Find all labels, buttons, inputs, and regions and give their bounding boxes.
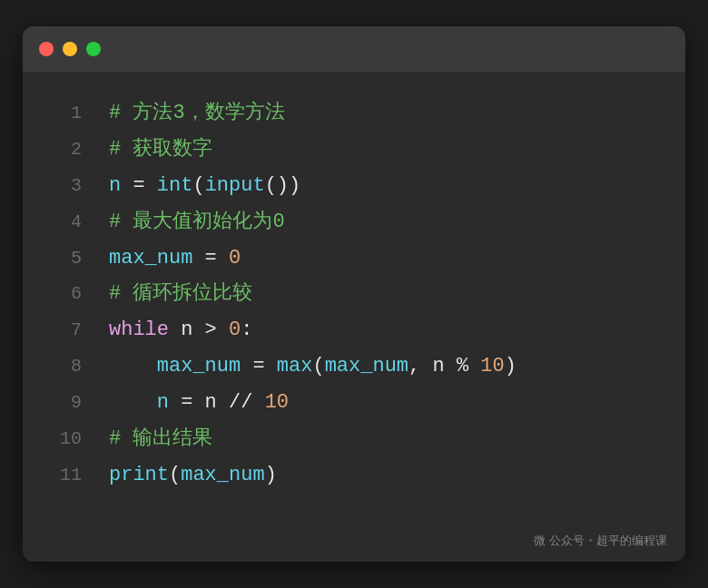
- code-line: 9 n = n // 10: [41, 388, 667, 417]
- line-number: 11: [41, 462, 82, 488]
- code-line: 1# 方法3，数学方法: [41, 99, 667, 128]
- token-function: max: [277, 352, 313, 381]
- watermark: 微 公众号・超平的编程课: [534, 533, 667, 549]
- token-comment: # 方法3，数学方法: [109, 99, 285, 128]
- token-variable: max_num: [181, 461, 264, 490]
- code-window: 1# 方法3，数学方法2# 获取数字3n = int(input())4# 最大…: [23, 26, 685, 562]
- token-variable: max_num: [109, 244, 192, 273]
- token-plain: = n //: [169, 388, 265, 417]
- token-number: 0: [229, 316, 241, 345]
- token-plain: =: [121, 172, 157, 201]
- token-plain: [109, 388, 157, 417]
- code-line: 11print(max_num): [41, 461, 667, 490]
- token-number: 10: [480, 352, 504, 381]
- line-number: 5: [41, 245, 82, 271]
- close-button[interactable]: [39, 42, 54, 56]
- line-content: max_num = 0: [109, 244, 241, 273]
- line-content: n = n // 10: [109, 388, 289, 417]
- token-comment: # 循环拆位比较: [109, 279, 252, 309]
- code-line: 7while n > 0:: [41, 316, 667, 345]
- line-number: 9: [41, 389, 82, 416]
- maximize-button[interactable]: [86, 42, 101, 56]
- line-number: 8: [41, 353, 82, 379]
- line-number: 7: [41, 317, 82, 343]
- token-plain: n >: [169, 316, 229, 345]
- line-content: while n > 0:: [109, 316, 252, 345]
- token-number: 10: [265, 388, 289, 417]
- token-function: print: [109, 461, 169, 490]
- token-plain: ()): [265, 172, 301, 201]
- code-line: 2# 获取数字: [41, 135, 667, 164]
- token-variable: n: [157, 388, 169, 417]
- code-line: 3n = int(input()): [41, 172, 667, 201]
- line-content: print(max_num): [109, 461, 277, 490]
- code-line: 4# 最大值初始化为0: [41, 208, 667, 237]
- minimize-button[interactable]: [63, 42, 77, 56]
- token-plain: (: [169, 461, 181, 490]
- line-number: 2: [41, 136, 82, 162]
- line-content: # 方法3，数学方法: [109, 99, 285, 128]
- token-plain: [109, 352, 157, 381]
- line-content: # 输出结果: [109, 425, 212, 454]
- code-area: 1# 方法3，数学方法2# 获取数字3n = int(input())4# 最大…: [23, 72, 685, 562]
- line-number: 4: [41, 209, 82, 235]
- code-lines: 1# 方法3，数学方法2# 获取数字3n = int(input())4# 最大…: [41, 99, 667, 490]
- line-content: # 获取数字: [109, 135, 212, 164]
- token-plain: :: [241, 316, 252, 345]
- line-number: 1: [41, 100, 82, 126]
- token-function: int: [157, 172, 193, 201]
- token-plain: (: [192, 172, 204, 201]
- token-plain: ): [265, 461, 277, 490]
- code-line: 8 max_num = max(max_num, n % 10): [41, 352, 667, 381]
- code-line: 6# 循环拆位比较: [41, 279, 667, 309]
- token-number: 0: [229, 244, 241, 273]
- line-number: 6: [41, 280, 82, 307]
- titlebar: [23, 26, 685, 72]
- line-content: # 循环拆位比较: [109, 279, 252, 309]
- line-number: 3: [41, 172, 82, 199]
- token-plain: =: [192, 244, 229, 273]
- line-content: n = int(input()): [109, 172, 300, 201]
- line-content: # 最大值初始化为0: [109, 208, 285, 237]
- token-function: input: [205, 172, 265, 201]
- token-plain: =: [241, 352, 277, 381]
- token-plain: , n %: [408, 352, 480, 381]
- token-comment: # 最大值初始化为0: [109, 208, 285, 237]
- line-content: max_num = max(max_num, n % 10): [109, 352, 516, 381]
- token-comment: # 获取数字: [109, 135, 212, 164]
- token-variable: n: [109, 172, 121, 201]
- code-line: 5max_num = 0: [41, 244, 667, 273]
- token-keyword: while: [109, 316, 169, 345]
- token-plain: ): [505, 352, 516, 381]
- token-variable: max_num: [325, 352, 408, 381]
- token-variable: max_num: [157, 352, 241, 381]
- token-plain: (: [312, 352, 324, 381]
- code-line: 10# 输出结果: [41, 425, 667, 454]
- token-comment: # 输出结果: [109, 425, 212, 454]
- line-number: 10: [41, 426, 82, 452]
